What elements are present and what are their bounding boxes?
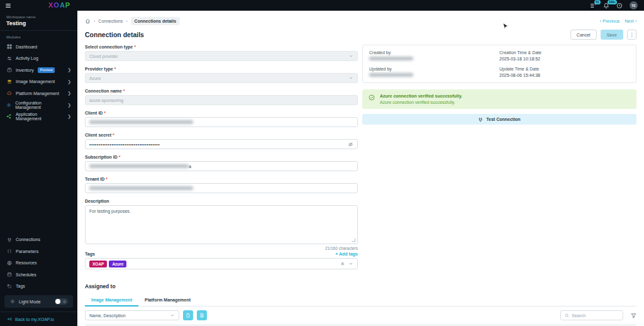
tasks-icon[interactable]: 41 [590, 3, 596, 9]
filter-funnel-icon[interactable] [631, 313, 636, 318]
pager: ‹ Previous Next › [600, 19, 636, 23]
sidebar-item-schedules[interactable]: Schedules [0, 269, 77, 281]
workspace-name: Testing [6, 20, 71, 26]
light-mode-row: Light Mode [4, 295, 73, 308]
plug-icon [6, 237, 12, 242]
redacted-value [89, 186, 193, 190]
user-avatar[interactable]: TE [630, 1, 638, 9]
chevron-right-icon: ❯ [67, 114, 71, 119]
save-button[interactable]: Save [601, 30, 623, 40]
dashboard-icon [6, 44, 12, 49]
tab-image-management[interactable]: Image Management [85, 295, 138, 306]
tag-icon [6, 284, 12, 289]
chevron-down-icon [348, 53, 353, 59]
next-link[interactable]: Next › [625, 19, 636, 23]
client-secret-input[interactable]: •••••••••••••••••••••••••••••••••••••• [85, 139, 358, 149]
sidebar-item-dashboard[interactable]: Dashboard [0, 41, 77, 53]
eye-slash-icon[interactable] [348, 142, 353, 147]
sidebar-item-label: Configuration Management [15, 101, 64, 110]
side-panel: Created by Creation Time & Date 2025-03-… [362, 45, 636, 125]
required-asterisk: * [114, 67, 116, 71]
check-circle-icon [369, 94, 375, 104]
column-filter-select[interactable]: Name, Description [85, 310, 179, 320]
home-icon[interactable] [85, 18, 91, 24]
table-toolbar: Name, Description [85, 310, 636, 320]
tenant-id-input[interactable] [85, 183, 358, 193]
back-to-xoap-link[interactable]: Back to my.XOAP.io [0, 312, 77, 326]
field-description: Description For testing purposes. 21/160… [85, 199, 358, 250]
required-asterisk: * [134, 45, 136, 49]
cancel-button[interactable]: Cancel [570, 30, 597, 40]
connection-name-input: azure-sponsoring [85, 95, 358, 105]
sidebar-item-image-management[interactable]: Image Management ❯ [0, 76, 77, 88]
sidebar-item-label: Dashboard [16, 45, 37, 49]
field-subscription-id: Subscription ID * a [85, 155, 358, 171]
search-input[interactable] [572, 313, 619, 318]
field-client-id: Client ID * [85, 111, 358, 127]
configuration-management-icon [6, 103, 11, 108]
chevron-right-icon: ❯ [67, 103, 71, 108]
required-asterisk: * [119, 155, 121, 159]
breadcrumb-current[interactable]: Connections details [131, 17, 180, 25]
sidebar-item-inventory[interactable]: Inventory Preview ❯ [0, 64, 77, 76]
modules-section-label: Modules [0, 31, 77, 41]
menu-icon[interactable] [5, 3, 11, 9]
header-actions: Cancel Save ⋮ [570, 30, 636, 40]
activity-log-icon [6, 56, 12, 61]
update-timestamp: 2025-08-06 15:44:38 [499, 73, 630, 77]
previous-link[interactable]: ‹ Previous [600, 19, 620, 23]
creation-timestamp: 2025-03-18 10:18:52 [499, 57, 630, 61]
field-label: Description [85, 199, 358, 203]
sidebar-item-configuration-management[interactable]: Configuration Management ❯ [0, 99, 77, 111]
toggle-knob [55, 299, 60, 304]
required-asterisk: * [113, 133, 114, 137]
chevron-right-icon: ❯ [67, 91, 71, 96]
sidebar-item-tags[interactable]: Tags [0, 281, 77, 293]
assigned-section: Assigned to Image Management Platform Ma… [85, 283, 636, 326]
tag-pill[interactable]: Azure [109, 261, 126, 267]
sidebar-item-label: Platform Management [16, 91, 59, 96]
chevron-right-icon: ❯ [67, 67, 71, 72]
topbar: XOAP 41 100+ TE [0, 0, 644, 11]
toggle-sun-icon [62, 300, 67, 304]
sun-icon [9, 299, 15, 304]
sidebar-item-platform-management[interactable]: Platform Management ❯ [0, 87, 77, 99]
sidebar-item-resources[interactable]: Resources [0, 257, 77, 269]
chevron-down-icon[interactable] [348, 261, 353, 266]
search-box[interactable] [560, 310, 623, 320]
clear-tags-icon[interactable]: ✕ [340, 261, 345, 267]
field-label: Connection name * [85, 89, 358, 93]
arrow-left-bar-icon [6, 317, 12, 322]
kebab-menu-button[interactable]: ⋮ [627, 30, 636, 40]
notifications-bell-icon[interactable]: 100+ [603, 3, 609, 9]
update-time-cell: Update Time & Date 2025-08-06 15:44:38 [499, 67, 630, 77]
sidebar-item-label: Connections [16, 237, 40, 242]
tab-platform-management[interactable]: Platform Management [138, 295, 197, 306]
clock-icon[interactable] [616, 3, 623, 9]
tag-pill[interactable]: XOAP [89, 261, 107, 267]
sidebar-item-activity-log[interactable]: Activity Log [0, 53, 77, 65]
sidebar-item-connections[interactable]: Connections [0, 234, 77, 246]
export-report-button[interactable] [197, 310, 207, 320]
client-id-input[interactable] [85, 117, 358, 127]
breadcrumb-connections[interactable]: Connections [98, 19, 123, 23]
content-columns: Select connection type * Cloud provider … [85, 45, 636, 275]
test-connection-button[interactable]: Test Connection [362, 114, 636, 125]
field-label: Client secret * [85, 133, 358, 137]
sidebar-item-label: Application Management [16, 112, 64, 121]
updated-by-cell: Updated by [369, 67, 499, 77]
success-alert: Azure connection verified successfully. … [362, 89, 636, 109]
preview-badge: Preview [38, 67, 55, 73]
subscription-id-input[interactable]: a [85, 161, 358, 171]
sidebar-item-label: Resources [16, 261, 36, 265]
sidebar-item-application-management[interactable]: Application Management ❯ [0, 111, 77, 123]
description-textarea[interactable]: For testing purposes. [85, 205, 358, 244]
field-label: Client ID * [85, 111, 358, 115]
sidebar-item-parameters[interactable]: Parameters [0, 245, 77, 257]
resize-grip[interactable] [352, 238, 355, 242]
tags-input[interactable]: XOAP Azure ✕ [85, 258, 358, 269]
sidebar-item-label: Image Management [16, 79, 55, 84]
light-mode-toggle[interactable] [55, 298, 68, 305]
export-document-button[interactable] [183, 310, 193, 320]
add-tags-link[interactable]: + Add tags [335, 252, 358, 256]
